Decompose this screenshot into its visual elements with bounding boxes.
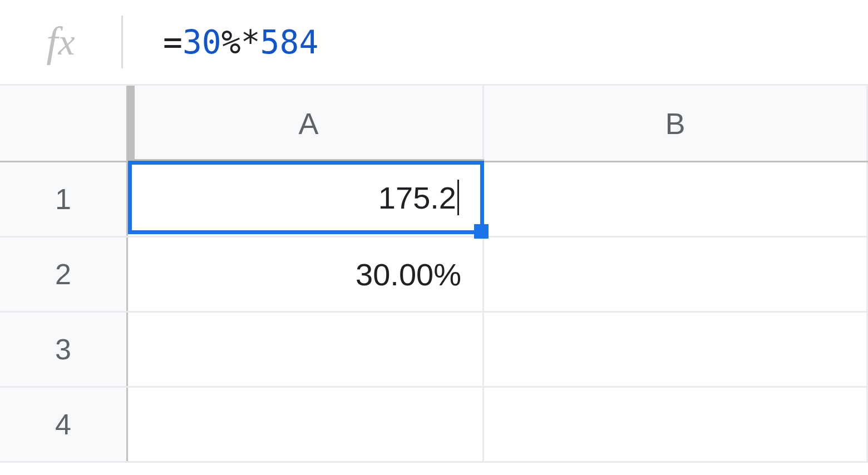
row-2: 2 30.00%	[0, 237, 868, 313]
column-header-row: A B	[0, 86, 868, 162]
cell-a2[interactable]: 30.00%	[128, 237, 484, 311]
formula-equals: =	[163, 23, 183, 61]
cell-a1-wrapper: 175.2	[128, 162, 484, 236]
row-header-1[interactable]: 1	[0, 162, 128, 236]
formula-number-1: 30	[183, 23, 221, 61]
formula-input[interactable]: =30%*584	[123, 0, 868, 84]
spreadsheet-grid: A B 1 175.2 2 30.00% 3	[0, 86, 868, 463]
formula-number-2: 584	[260, 23, 319, 61]
cell-a3[interactable]	[128, 313, 484, 386]
cell-b4[interactable]	[484, 388, 868, 461]
cursor-caret-icon	[457, 180, 459, 215]
selection-fill-handle[interactable]	[474, 224, 489, 239]
column-header-a[interactable]: A	[128, 86, 484, 161]
row-label-4: 4	[55, 408, 71, 441]
row-4: 4	[0, 388, 868, 463]
row-label-2: 2	[55, 258, 71, 291]
row-header-3[interactable]: 3	[0, 313, 128, 386]
cell-b3[interactable]	[484, 313, 868, 386]
cell-b1[interactable]	[484, 162, 868, 236]
row-3: 3	[0, 313, 868, 388]
cell-b2[interactable]	[484, 237, 868, 311]
cell-a4[interactable]	[128, 388, 484, 461]
cell-value-a2: 30.00%	[356, 256, 461, 293]
formula-bar: fx =30%*584	[0, 0, 868, 86]
row-1: 1 175.2	[0, 162, 868, 237]
formula-operator-1: %*	[221, 23, 260, 61]
column-label-a: A	[298, 106, 318, 141]
cell-value-a1: 175.2	[378, 180, 456, 216]
column-header-b[interactable]: B	[484, 86, 868, 161]
select-all-corner[interactable]	[0, 86, 128, 161]
row-label-3: 3	[55, 333, 71, 366]
cell-a1[interactable]: 175.2	[128, 161, 484, 234]
row-header-2[interactable]: 2	[0, 237, 128, 311]
row-header-4[interactable]: 4	[0, 388, 128, 461]
fx-icon: fx	[0, 0, 121, 84]
column-label-b: B	[665, 106, 685, 141]
row-label-1: 1	[55, 182, 71, 216]
